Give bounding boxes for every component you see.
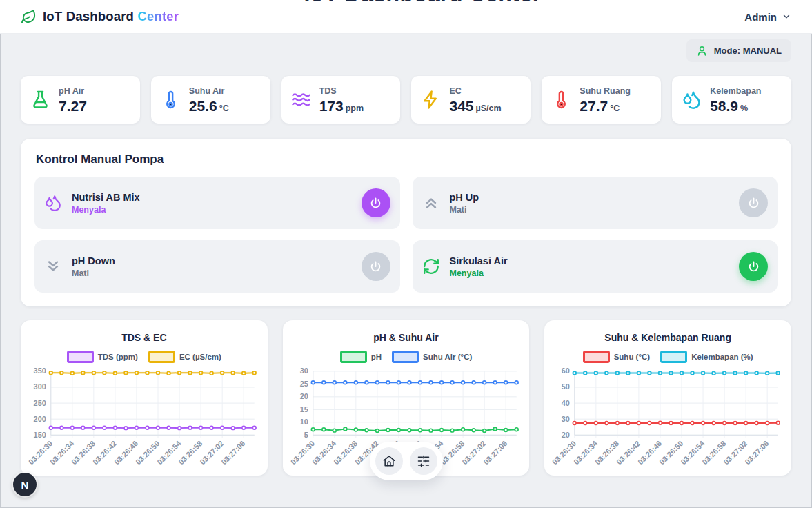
- svg-text:03:27:06: 03:27:06: [744, 439, 771, 466]
- power-button-ph-down[interactable]: [362, 252, 390, 281]
- power-button-sirkulasi[interactable]: [739, 252, 768, 281]
- power-icon: [747, 197, 760, 210]
- legend-item[interactable]: EC (µS/cm): [148, 351, 221, 363]
- control-name: pH Down: [72, 255, 115, 266]
- control-row-ph-down: pH Down Mati: [34, 240, 400, 293]
- svg-text:150: 150: [34, 431, 46, 439]
- user-icon: [696, 45, 708, 57]
- line-chart: 15020025030035003:26:3003:26:3403:26:380…: [28, 364, 261, 473]
- waves-icon: [291, 90, 311, 110]
- svg-text:50: 50: [562, 382, 570, 391]
- thermometer-icon: [551, 90, 571, 110]
- svg-text:30: 30: [299, 367, 308, 375]
- sensor-card-ph-air: pH Air 7.27: [21, 76, 140, 124]
- sensor-label: Suhu Air: [189, 86, 229, 96]
- panel-title: Kontrol Manual Pompa: [34, 153, 778, 166]
- sensor-label: Kelembapan: [710, 86, 761, 96]
- clipped-page-title: IoT Dashboard Center: [304, 0, 541, 7]
- chart-legend: TDS (ppm)EC (µS/cm): [28, 351, 261, 363]
- legend-swatch: [392, 351, 419, 363]
- brand[interactable]: IoT Dashboard Center: [21, 9, 179, 25]
- chart-title: Suhu & Kelembapan Ruang: [551, 332, 784, 343]
- chart-suhu-kelembapan: Suhu & Kelembapan Ruang Suhu (°C)Kelemba…: [544, 320, 791, 476]
- line-chart: 203040506003:26:3003:26:3403:26:3803:26:…: [551, 364, 784, 473]
- chevron-down-icon: [782, 12, 791, 21]
- chevrons-down-icon: [44, 257, 62, 275]
- zap-icon: [421, 90, 441, 110]
- control-name: Nutrisi AB Mix: [72, 192, 140, 203]
- mode-badge-label: Mode: MANUAL: [714, 46, 782, 56]
- legend-item[interactable]: Kelembapan (%): [660, 351, 753, 363]
- legend-swatch: [660, 351, 687, 363]
- sensor-value: 27.7°C: [580, 99, 631, 113]
- sensor-value: 7.27: [59, 99, 89, 113]
- legend-swatch: [583, 351, 610, 363]
- legend-item[interactable]: Suhu (°C): [583, 351, 651, 363]
- control-status: Menyala: [450, 268, 508, 278]
- manual-control-panel: Kontrol Manual Pompa Nutrisi AB Mix Meny…: [21, 139, 791, 306]
- sensor-value: 173ppm: [319, 99, 364, 113]
- refresh-icon: [422, 257, 440, 275]
- svg-text:20: 20: [299, 392, 308, 400]
- legend-label: Kelembapan (%): [691, 353, 753, 361]
- legend-label: Suhu (°C): [614, 353, 651, 361]
- svg-text:200: 200: [34, 415, 46, 423]
- leaf-icon: [21, 9, 37, 25]
- sensor-label: pH Air: [59, 86, 89, 96]
- svg-text:40: 40: [562, 399, 570, 407]
- user-menu-label: Admin: [744, 11, 777, 23]
- chart-legend: pHSuhu Air (°C): [290, 351, 523, 363]
- svg-text:250: 250: [34, 399, 46, 407]
- legend-label: pH: [371, 353, 382, 361]
- sensor-card-suhu-air: Suhu Air 25.6°C: [151, 76, 270, 124]
- chart-tds-ec: TDS & EC TDS (ppm)EC (µS/cm) 15020025030…: [21, 320, 268, 476]
- user-menu[interactable]: Admin: [744, 11, 791, 23]
- legend-swatch: [340, 351, 367, 363]
- flask-icon: [30, 90, 50, 110]
- legend-item[interactable]: Suhu Air (°C): [392, 351, 472, 363]
- svg-text:03:27:06: 03:27:06: [219, 439, 246, 466]
- legend-item[interactable]: pH: [340, 351, 382, 363]
- sensor-card-ec: EC 345µS/cm: [411, 76, 531, 124]
- legend-label: EC (µS/cm): [179, 353, 221, 361]
- sensor-card-suhu-ruang: Suhu Ruang 27.7°C: [542, 76, 661, 124]
- sensor-cards: pH Air 7.27 Suhu Air 25.6°C TDS 173ppm E…: [21, 76, 791, 124]
- control-row-sirkulasi: Sirkulasi Air Menyala: [413, 240, 778, 293]
- svg-text:20: 20: [562, 431, 570, 439]
- control-name: Sirkulasi Air: [450, 255, 508, 266]
- svg-text:350: 350: [34, 367, 46, 375]
- power-icon: [369, 197, 382, 210]
- legend-item[interactable]: TDS (ppm): [67, 351, 138, 363]
- svg-text:10: 10: [299, 418, 308, 426]
- svg-text:300: 300: [34, 382, 46, 391]
- control-status: Mati: [450, 205, 479, 215]
- legend-swatch: [148, 351, 175, 363]
- svg-text:25: 25: [299, 380, 308, 388]
- chevrons-up-icon: [422, 194, 440, 212]
- sensor-label: EC: [449, 86, 501, 96]
- sensor-label: TDS: [319, 86, 364, 96]
- legend-swatch: [67, 351, 94, 363]
- power-button-ph-up[interactable]: [739, 188, 768, 217]
- control-status: Mati: [72, 268, 115, 278]
- sensor-value: 345µS/cm: [449, 99, 501, 113]
- mode-badge: Mode: MANUAL: [686, 39, 791, 62]
- svg-text:5: 5: [304, 431, 308, 439]
- droplets-icon: [44, 194, 62, 212]
- svg-text:60: 60: [562, 367, 570, 375]
- svg-text:03:27:06: 03:27:06: [482, 439, 508, 466]
- sensor-value: 25.6°C: [189, 99, 229, 113]
- control-name: pH Up: [450, 192, 479, 203]
- power-button-nutrisi[interactable]: [362, 188, 390, 217]
- sensor-value: 58.9%: [710, 99, 761, 113]
- power-icon: [747, 260, 760, 273]
- settings-button[interactable]: [410, 447, 437, 475]
- home-button[interactable]: [375, 447, 403, 475]
- dev-overlay-badge[interactable]: N: [13, 473, 37, 496]
- svg-text:15: 15: [299, 405, 308, 413]
- chart-title: TDS & EC: [28, 332, 261, 343]
- svg-text:30: 30: [562, 415, 570, 423]
- thermometer-icon: [161, 90, 181, 110]
- sensor-label: Suhu Ruang: [580, 86, 631, 96]
- legend-label: TDS (ppm): [98, 353, 138, 361]
